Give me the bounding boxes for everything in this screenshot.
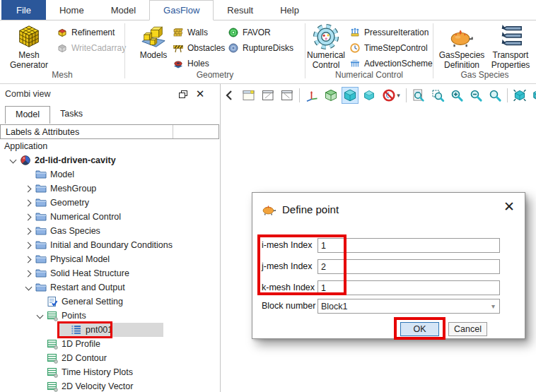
i-mesh-index-field[interactable]: [317, 238, 500, 253]
tree-item-label: MeshGroup: [50, 184, 96, 194]
gasspecies-definition-icon: [448, 23, 475, 50]
dialog-close-icon[interactable]: ✕: [503, 198, 515, 215]
ok-button[interactable]: OK: [400, 322, 439, 336]
view-front-icon[interactable]: [530, 87, 536, 104]
tree-item-label: Application: [4, 141, 47, 151]
numerical-control-button[interactable]: Numerical Control: [304, 23, 348, 70]
tree-row-model[interactable]: Model: [0, 167, 220, 182]
zoom-in-icon[interactable]: [448, 87, 465, 104]
refinement-label: Refinement: [71, 28, 115, 37]
tree-row-physical-model[interactable]: Physical Model: [0, 252, 220, 266]
tree-row-points[interactable]: Points: [0, 309, 220, 323]
favor-button[interactable]: FAVOR: [228, 26, 271, 39]
chevron-down-icon: ▾: [491, 302, 495, 310]
tree-row-solid-heat[interactable]: Solid Heat Structure: [0, 266, 220, 280]
tree-item-label: Solid Heat Structure: [50, 268, 129, 278]
tree-row-1d-profile[interactable]: 1D Profile: [0, 337, 220, 351]
combi-view-title: Combi view: [5, 89, 51, 99]
timestepcontrol-button[interactable]: TimeStepControl: [349, 42, 428, 54]
tree-row-meshgroup[interactable]: MeshGroup: [0, 182, 220, 196]
expander-collapse-icon[interactable]: [33, 309, 47, 323]
holes-button[interactable]: Holes: [173, 57, 209, 70]
axis-triad-icon[interactable]: [303, 87, 320, 104]
smooth-shade-icon[interactable]: [361, 87, 378, 104]
tab-panel-tasks[interactable]: Tasks: [50, 106, 93, 124]
tree-row-restart-output[interactable]: Restart and Output: [0, 280, 220, 295]
toolbar-collapse-icon[interactable]: [221, 87, 238, 104]
expander-collapse-icon[interactable]: [6, 153, 20, 167]
view-iso-icon[interactable]: [511, 87, 528, 104]
tab-help[interactable]: Help: [267, 0, 313, 20]
tree-row-2d-contour[interactable]: 2D Contour: [0, 351, 220, 365]
tree-row-general-setting[interactable]: General Setting: [0, 295, 220, 309]
tree-row-numerical-control[interactable]: Numerical Control: [0, 210, 220, 224]
output-table-icon: [47, 338, 58, 350]
tree-item-label: 1D Profile: [62, 339, 100, 349]
j-mesh-index-field[interactable]: [317, 259, 500, 274]
pressureiteration-button[interactable]: PressureIteration: [349, 26, 429, 39]
tree-row-project[interactable]: 2d-lid-driven-cavity: [0, 153, 220, 167]
favor-label: FAVOR: [243, 28, 271, 37]
new-view-icon[interactable]: [240, 87, 257, 104]
output-table-icon: [47, 367, 58, 378]
expander-collapse-icon[interactable]: [21, 280, 35, 295]
single-view-icon[interactable]: [260, 87, 276, 104]
panel-title-band: Combi view ✕ ▾: [0, 84, 536, 106]
j-mesh-index-label: j-mesh Index: [262, 259, 317, 274]
tree-row-initial-boundary[interactable]: Initial and Boundary Conditions: [0, 238, 220, 252]
gasspecies-definition-button[interactable]: GasSpecies Definition: [439, 23, 484, 70]
zoom-fit-icon[interactable]: [410, 87, 427, 104]
k-mesh-index-field[interactable]: [317, 280, 500, 295]
tab-result[interactable]: Result: [214, 0, 267, 20]
expander-expand-icon[interactable]: [21, 196, 35, 210]
cascade-view-icon[interactable]: [279, 87, 296, 104]
walls-button[interactable]: Walls: [173, 26, 208, 39]
tab-panel-model[interactable]: Model: [5, 106, 50, 124]
tree-row-2d-velocity[interactable]: 2D Velocity Vector: [0, 379, 220, 392]
rupturedisks-button[interactable]: RuptureDisks: [228, 42, 293, 54]
tab-file[interactable]: File: [1, 0, 46, 20]
expander-expand-icon[interactable]: [21, 224, 35, 238]
zoom-window-icon[interactable]: [429, 87, 446, 104]
gas-tank-icon: [262, 202, 276, 217]
expander-expand-icon[interactable]: [21, 252, 35, 266]
expander-expand-icon[interactable]: [21, 182, 35, 196]
zoom-all-icon[interactable]: [487, 87, 503, 104]
float-panel-icon[interactable]: [176, 88, 189, 100]
tab-model[interactable]: Model: [98, 0, 149, 20]
define-point-dialog: Define point ✕ i-mesh Indexj-mesh Indexk…: [252, 192, 525, 339]
project-icon: [20, 155, 31, 166]
tree-item-label: Geometry: [50, 198, 89, 208]
labels-attributes-header: Labels & Attributes: [1, 125, 173, 138]
tree-row-application[interactable]: Application: [0, 139, 220, 153]
close-panel-icon[interactable]: ✕: [194, 88, 206, 100]
tree-row-gas-species[interactable]: Gas Species: [0, 224, 220, 238]
tab-gasflow[interactable]: GasFlow: [149, 0, 214, 20]
tree-row-geometry[interactable]: Geometry: [0, 196, 220, 210]
pressureiteration-label: PressureIteration: [364, 28, 429, 37]
expander-expand-icon[interactable]: [21, 238, 35, 252]
clip-disable-icon[interactable]: ▾: [380, 87, 402, 104]
gas-species-group-label: Gas Species: [433, 70, 536, 81]
tree-item-label: pnt001: [86, 325, 112, 335]
zoom-out-icon[interactable]: [467, 87, 484, 104]
transport-properties-button[interactable]: Transport Properties: [488, 23, 533, 70]
shaded-mode-icon[interactable]: [342, 87, 359, 104]
expander-expand-icon[interactable]: [21, 266, 35, 280]
block-number-dropdown[interactable]: Block1 ▾: [317, 299, 500, 314]
tree-row-time-history[interactable]: Time History Plots: [0, 365, 220, 379]
obstacles-button[interactable]: Obstacles: [173, 42, 225, 54]
perspective-view-icon[interactable]: [322, 87, 339, 104]
refinement-button[interactable]: Refinement: [57, 26, 115, 39]
advectionscheme-button[interactable]: AdvectionScheme: [349, 57, 433, 70]
models-button[interactable]: Models: [133, 23, 174, 60]
expander-expand-icon[interactable]: [21, 210, 35, 224]
tree-row-pnt001[interactable]: pnt001: [0, 323, 220, 337]
numerical-control-label-2: Control: [313, 61, 340, 70]
block-number-value: Block1: [321, 302, 348, 311]
tree-item-label: 2D Velocity Vector: [62, 381, 133, 391]
cancel-button[interactable]: Cancel: [448, 322, 487, 336]
tab-home[interactable]: Home: [46, 0, 98, 20]
folder-icon: [35, 197, 47, 208]
mesh-generator-button[interactable]: Mesh Generator: [6, 23, 52, 70]
